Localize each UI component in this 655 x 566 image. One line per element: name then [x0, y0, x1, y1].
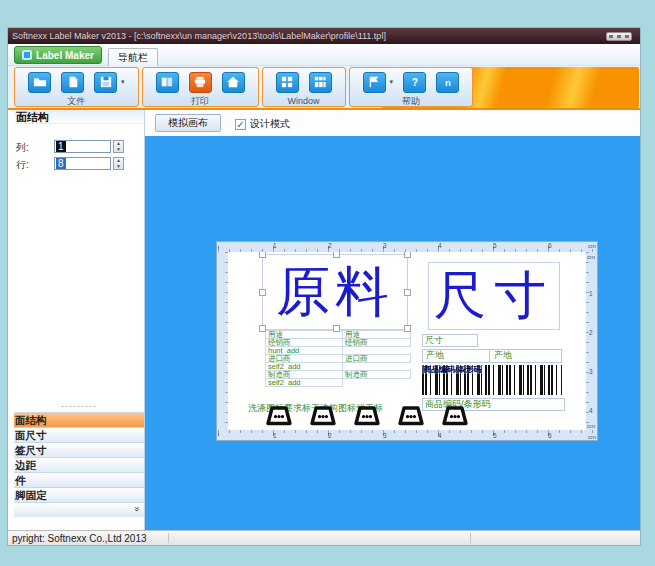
info-button[interactable]: n	[436, 72, 459, 93]
care-iron-icon	[264, 405, 294, 427]
new-file-button[interactable]	[61, 72, 84, 93]
care-icons-row	[264, 405, 470, 427]
spin-down-icon[interactable]: ▼	[116, 164, 121, 169]
sidebar-item-page-structure[interactable]: 面结构	[14, 412, 144, 427]
selection-handle[interactable]	[259, 289, 266, 296]
ruler-number: 2	[589, 330, 593, 336]
origin-field[interactable]: 产地 产地	[422, 349, 562, 363]
home-button[interactable]	[222, 72, 245, 93]
ruler-top: cm 123456	[217, 242, 597, 252]
sidebar-item-label-size[interactable]: 签尺寸	[14, 442, 144, 457]
help-button[interactable]: ?	[403, 72, 426, 93]
app-button[interactable]: Label Maker	[14, 46, 102, 64]
chevron-down-icon[interactable]: »	[131, 506, 141, 511]
rows-label: 行:	[16, 158, 29, 172]
care-iron-icon	[352, 405, 382, 427]
textbox-raw-material[interactable]: 原料	[262, 254, 408, 330]
label-design-area: cm 123456 cm cm 1234 cm 123456 原料 尺寸	[217, 242, 597, 440]
print-button[interactable]	[189, 72, 212, 93]
barcode[interactable]: 商品编码/条形码	[422, 365, 562, 395]
table-cell[interactable]: 制造商	[342, 370, 411, 379]
ribbon-group-label: 帮助	[350, 96, 473, 106]
sidebar-item-margins[interactable]: 边距	[14, 457, 144, 472]
ribbon-group-icons: ▾?n	[350, 68, 473, 96]
help-icon: ?	[408, 76, 422, 88]
sidebar-item-components[interactable]: 件	[14, 472, 144, 487]
window-controls[interactable]	[606, 32, 632, 41]
selection-handle[interactable]	[404, 252, 411, 258]
ruler-left	[217, 252, 228, 430]
cascade-windows-icon	[313, 76, 327, 88]
design-mode-checkbox[interactable]: ✓ 设计模式	[235, 117, 290, 131]
ruler-number: 3	[589, 369, 593, 375]
print-preview-button[interactable]	[156, 72, 179, 93]
flag-dropdown-icon[interactable]: ▾	[390, 78, 394, 86]
maximize-icon[interactable]	[617, 35, 621, 38]
spin-down-icon[interactable]: ▼	[116, 147, 121, 152]
label-sheet[interactable]: 原料 尺寸 用途用途经销商经销商hunt_add进口商进口商self2_add制…	[228, 252, 586, 430]
print-icon	[193, 76, 207, 88]
ruler-number: 2	[328, 243, 332, 249]
table-row: self2_add	[265, 378, 411, 387]
sidebar-configure-row[interactable]: »	[14, 502, 144, 517]
rows-stepper[interactable]: ▲▼	[113, 157, 124, 170]
columns-stepper[interactable]: ▲▼	[113, 140, 124, 153]
minimize-icon[interactable]	[609, 35, 613, 38]
app-logo-icon	[22, 50, 32, 60]
ruler-bottom: cm 123456	[217, 430, 597, 440]
home-icon	[226, 76, 240, 88]
ribbon-group-label: 文件	[15, 96, 138, 106]
table-cell[interactable]: self2_add	[265, 378, 343, 387]
sidebar-item-page-size[interactable]: 面尺寸	[14, 427, 144, 442]
ribbon-group-label: Window	[263, 96, 345, 106]
origin-value: 产地	[490, 350, 512, 362]
ribbon-group-icons	[143, 68, 258, 96]
ruler-unit: cm	[587, 254, 595, 260]
flag-icon	[367, 76, 381, 88]
sidebar-panel-header: 面结构	[14, 110, 144, 124]
label-table[interactable]: 用途用途经销商经销商hunt_add进口商进口商self2_add制造商制造商s…	[265, 330, 411, 387]
design-canvas[interactable]: cm 123456 cm cm 1234 cm 123456 原料 尺寸	[145, 136, 640, 530]
simulate-canvas-button[interactable]: 模拟画布	[155, 114, 221, 132]
selection-handle[interactable]	[404, 325, 411, 332]
raw-material-text: 原料	[276, 256, 394, 329]
save-dropdown-icon[interactable]: ▾	[121, 78, 125, 86]
cascade-windows-button[interactable]	[309, 72, 332, 93]
ribbon-tab-row: Label Maker 导航栏	[8, 44, 640, 66]
selection-handle[interactable]	[404, 289, 411, 296]
table-cell[interactable]: 经销商	[342, 338, 411, 347]
selection-handle[interactable]	[259, 325, 266, 332]
ruler-number: 1	[273, 433, 277, 439]
selection-handle[interactable]	[259, 252, 266, 258]
close-icon[interactable]	[625, 35, 629, 38]
flag-button[interactable]	[363, 72, 386, 93]
size-field[interactable]: 尺寸	[422, 334, 478, 347]
rows-input[interactable]: 8	[54, 157, 111, 170]
ruler-number: 6	[548, 433, 552, 439]
ruler-number: 4	[438, 243, 442, 249]
columns-input[interactable]: 1	[54, 140, 111, 153]
textbox-size-title[interactable]: 尺寸	[428, 262, 560, 330]
ribbon-group-help: ▾?n帮助	[349, 67, 474, 107]
ruler-number: 1	[273, 243, 277, 249]
tab-navigation-bar[interactable]: 导航栏	[108, 48, 158, 67]
ruler-number: 5	[493, 433, 497, 439]
save-button[interactable]	[94, 72, 117, 93]
open-folder-button[interactable]	[28, 72, 51, 93]
app-window: Softnexx Label Maker v2013 - [c:\softnex…	[8, 28, 640, 545]
tile-windows-button[interactable]	[276, 72, 299, 93]
ruler-unit: cm	[588, 243, 596, 249]
table-cell[interactable]: 进口商	[342, 354, 411, 363]
sidebar-item-anchor[interactable]: 脚固定	[14, 487, 144, 502]
app-button-label: Label Maker	[36, 50, 94, 61]
print-preview-icon	[160, 76, 174, 88]
selection-handle[interactable]	[333, 252, 340, 258]
selection-handle[interactable]	[333, 325, 340, 332]
checkbox-check-icon[interactable]: ✓	[235, 119, 246, 130]
sidebar-splitter-handle[interactable]: ·········	[14, 402, 144, 410]
ruler-unit: cm	[587, 423, 595, 429]
ruler-number: 3	[383, 243, 387, 249]
ribbon-group-file: ▾文件	[14, 67, 139, 107]
open-folder-icon	[33, 76, 47, 88]
titlebar[interactable]: Softnexx Label Maker v2013 - [c:\softnex…	[8, 28, 640, 44]
